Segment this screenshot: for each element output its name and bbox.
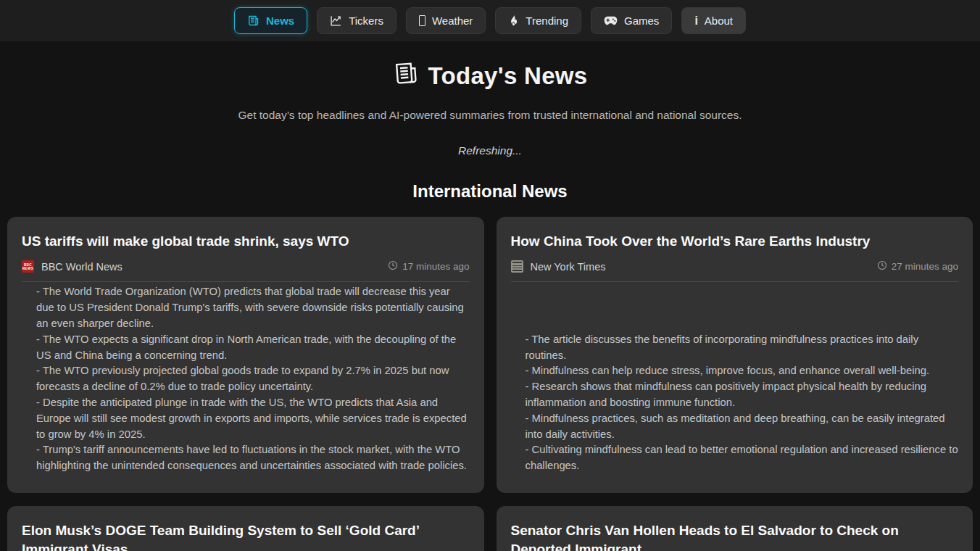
nav-button-weather[interactable]: Weather xyxy=(406,7,486,34)
top-navigation: News Tickers Weather Trending xyxy=(0,0,980,41)
summary-bullet: - Mindfulness can help reduce stress, im… xyxy=(526,363,959,379)
card-divider xyxy=(511,281,959,282)
article-summary: - The World Trade Organization (WTO) pre… xyxy=(36,284,470,474)
new-york-times-favicon xyxy=(511,260,523,273)
article-headline[interactable]: Senator Chris Van Hollen Heads to El Sal… xyxy=(511,521,959,551)
nav-button-tickers[interactable]: Tickers xyxy=(317,7,396,34)
source-row: BBC NEWS BBC World News 17 minutes ago xyxy=(22,260,470,273)
news-card: Senator Chris Van Hollen Heads to El Sal… xyxy=(497,506,973,551)
summary-bullet: - The WTO expects a significant drop in … xyxy=(36,332,470,364)
card-divider xyxy=(22,281,470,282)
article-headline[interactable]: Elon Musk’s DOGE Team Building System to… xyxy=(22,521,470,551)
summary-bullet: - The article discusses the benefits of … xyxy=(526,332,959,364)
source-name: New York Times xyxy=(531,261,606,273)
news-card: How China Took Over the World’s Rare Ear… xyxy=(497,217,973,493)
refresh-status: Refreshing... xyxy=(0,144,980,157)
source-name: BBC World News xyxy=(41,261,122,273)
summary-bullet: - Trump's tariff announcements have led … xyxy=(36,442,470,474)
article-headline[interactable]: US tariffs will make global trade shrink… xyxy=(22,232,470,251)
nav-label: Weather xyxy=(432,14,473,27)
nav-label: Trending xyxy=(526,14,568,27)
nav-label: News xyxy=(266,14,294,27)
page-title-text: Today's News xyxy=(428,62,588,90)
nav-button-games[interactable]: Games xyxy=(591,7,672,34)
newspaper-icon xyxy=(393,60,419,92)
news-card: US tariffs will make global trade shrink… xyxy=(7,217,484,493)
summary-bullet: - Despite the anticipated plunge in trad… xyxy=(36,395,470,442)
chart-increasing-icon xyxy=(330,14,342,27)
fire-icon xyxy=(508,14,519,27)
missing-glyph-box xyxy=(419,15,425,26)
summary-bullet: - Cultivating mindfulness can lead to be… xyxy=(526,442,959,474)
info-icon: i xyxy=(694,14,697,28)
timestamp: 17 minutes ago xyxy=(388,260,469,273)
page-title: Today's News xyxy=(0,60,980,92)
clock-icon xyxy=(388,260,398,273)
news-card-grid: US tariffs will make global trade shrink… xyxy=(7,217,973,551)
nav-label: About xyxy=(705,14,733,27)
gamepad-icon xyxy=(604,15,618,26)
clock-icon xyxy=(877,260,887,273)
timestamp: 27 minutes ago xyxy=(877,260,958,273)
page-subtitle: Get today’s top headlines and AI-powered… xyxy=(0,109,980,122)
summary-bullet: - The WTO previously projected global go… xyxy=(36,363,470,395)
newspaper-icon xyxy=(247,14,259,27)
section-title: International News xyxy=(0,181,980,202)
summary-bullet: - Mindfulness practices, such as meditat… xyxy=(526,411,959,443)
nav-button-about[interactable]: i About xyxy=(681,7,746,34)
bbc-news-favicon: BBC NEWS xyxy=(22,260,34,273)
page-header: Today's News Get today’s top headlines a… xyxy=(0,60,980,202)
article-headline[interactable]: How China Took Over the World’s Rare Ear… xyxy=(511,232,959,251)
nav-button-news[interactable]: News xyxy=(234,7,307,34)
nav-button-trending[interactable]: Trending xyxy=(495,7,581,34)
summary-bullet: - The World Trade Organization (WTO) pre… xyxy=(36,284,470,331)
nav-label: Tickers xyxy=(349,14,383,27)
summary-bullet: - Research shows that mindfulness can po… xyxy=(526,379,959,411)
article-summary: - The article discusses the benefits of … xyxy=(526,332,959,474)
nav-label: Games xyxy=(624,14,659,27)
news-card: Elon Musk’s DOGE Team Building System to… xyxy=(7,506,484,551)
source-row: New York Times 27 minutes ago xyxy=(511,260,959,273)
